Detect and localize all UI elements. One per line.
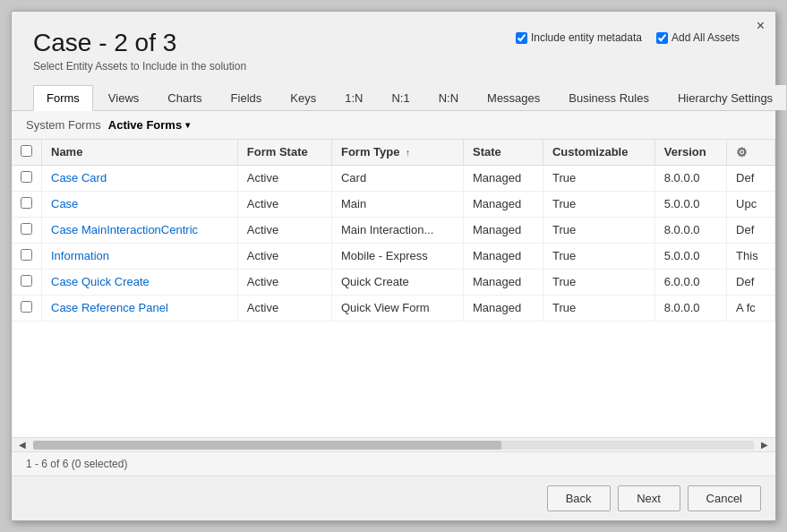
tab-nn[interactable]: N:N	[425, 85, 472, 110]
cancel-button[interactable]: Cancel	[688, 485, 761, 511]
row-form-state: Active	[237, 217, 331, 243]
include-metadata-label[interactable]: Include entity metadata	[516, 31, 642, 44]
row-checkbox-cell[interactable]	[12, 191, 42, 217]
options-row: Include entity metadata Add All Assets	[516, 31, 740, 44]
row-form-type: Quick Create	[331, 269, 463, 295]
table-row: CaseActiveMainManagedTrue5.0.0.0Upc	[12, 191, 775, 217]
row-version: 8.0.0.0	[654, 165, 726, 191]
row-version: 5.0.0.0	[654, 243, 726, 269]
row-extra: A fc	[727, 295, 775, 321]
table-row: Case Quick CreateActiveQuick CreateManag…	[12, 269, 775, 295]
row-name[interactable]: Case MainInteractionCentric	[42, 217, 238, 243]
row-extra: Def	[727, 165, 775, 191]
row-extra: Def	[727, 269, 775, 295]
row-checkbox-cell[interactable]	[12, 295, 42, 321]
header-settings[interactable]: ⚙	[727, 140, 775, 166]
table-container: Name Form State Form Type ↑ State Custom…	[12, 140, 775, 437]
system-forms-header: System Forms Active Forms ▾	[12, 111, 775, 140]
row-checkbox[interactable]	[21, 223, 32, 235]
header-form-state: Form State	[237, 140, 331, 166]
row-version: 8.0.0.0	[654, 217, 726, 243]
row-checkbox-cell[interactable]	[12, 217, 42, 243]
include-metadata-text: Include entity metadata	[531, 31, 642, 44]
header-checkbox-col[interactable]	[12, 140, 42, 166]
scroll-thumb	[33, 441, 501, 450]
active-forms-filter[interactable]: Active Forms ▾	[108, 118, 190, 132]
selection-status: 1 - 6 of 6 (0 selected)	[26, 458, 127, 470]
scroll-left-button[interactable]: ◀	[15, 440, 30, 450]
select-all-checkbox[interactable]	[21, 145, 32, 157]
tab-business-rules[interactable]: Business Rules	[555, 85, 663, 110]
row-customizable: True	[543, 165, 654, 191]
table-row: Case MainInteractionCentricActiveMain In…	[12, 217, 775, 243]
row-state: Managed	[463, 165, 543, 191]
close-button[interactable]: ×	[757, 19, 765, 33]
header-form-type[interactable]: Form Type ↑	[331, 140, 463, 166]
status-bar: 1 - 6 of 6 (0 selected)	[12, 451, 775, 476]
content-area: System Forms Active Forms ▾ Name Form St…	[12, 111, 775, 476]
back-button[interactable]: Back	[547, 485, 611, 511]
row-checkbox[interactable]	[21, 301, 32, 313]
header-name: Name	[42, 140, 238, 166]
include-metadata-checkbox[interactable]	[516, 32, 527, 44]
tabs-bar: Forms Views Charts Fields Keys 1:N N:1 N…	[12, 85, 775, 111]
next-button[interactable]: Next	[618, 485, 680, 511]
dialog-header: Case - 2 of 3 Select Entity Assets to In…	[12, 12, 775, 82]
row-name[interactable]: Case Quick Create	[42, 269, 238, 295]
row-checkbox[interactable]	[21, 249, 32, 261]
row-customizable: True	[543, 295, 654, 321]
row-version: 8.0.0.0	[654, 295, 726, 321]
horizontal-scrollbar[interactable]: ◀ ▶	[12, 437, 775, 451]
row-state: Managed	[463, 191, 543, 217]
active-forms-label: Active Forms	[108, 118, 182, 132]
row-checkbox-cell[interactable]	[12, 165, 42, 191]
chevron-down-icon: ▾	[185, 120, 190, 130]
row-checkbox-cell[interactable]	[12, 269, 42, 295]
scroll-track[interactable]	[33, 441, 754, 450]
table-row: Case CardActiveCardManagedTrue8.0.0.0Def	[12, 165, 775, 191]
table-header-row: Name Form State Form Type ↑ State Custom…	[12, 140, 775, 166]
row-checkbox[interactable]	[21, 171, 32, 183]
tab-charts[interactable]: Charts	[154, 85, 215, 110]
row-checkbox[interactable]	[21, 197, 32, 209]
header-customizable: Customizable	[543, 140, 654, 166]
row-customizable: True	[543, 217, 654, 243]
tab-1n[interactable]: 1:N	[331, 85, 376, 110]
row-state: Managed	[463, 243, 543, 269]
tab-forms[interactable]: Forms	[33, 85, 93, 111]
row-form-type: Main Interaction...	[331, 217, 463, 243]
row-checkbox[interactable]	[21, 275, 32, 287]
row-name[interactable]: Case Card	[42, 165, 238, 191]
tab-n1[interactable]: N:1	[378, 85, 423, 110]
row-name[interactable]: Case	[42, 191, 238, 217]
row-checkbox-cell[interactable]	[12, 243, 42, 269]
header-state: State	[463, 140, 543, 166]
row-customizable: True	[543, 269, 654, 295]
row-form-type: Card	[331, 165, 463, 191]
row-form-type: Quick View Form	[331, 295, 463, 321]
tab-fields[interactable]: Fields	[218, 85, 276, 110]
tab-keys[interactable]: Keys	[277, 85, 329, 110]
row-name[interactable]: Information	[42, 243, 238, 269]
row-form-state: Active	[237, 243, 331, 269]
forms-table: Name Form State Form Type ↑ State Custom…	[12, 140, 775, 322]
add-all-assets-label[interactable]: Add All Assets	[656, 31, 740, 44]
row-state: Managed	[463, 217, 543, 243]
scroll-right-button[interactable]: ▶	[757, 440, 772, 450]
row-customizable: True	[543, 243, 654, 269]
row-form-state: Active	[237, 295, 331, 321]
row-customizable: True	[543, 191, 654, 217]
row-extra: Def	[727, 217, 775, 243]
row-name[interactable]: Case Reference Panel	[42, 295, 238, 321]
add-all-assets-checkbox[interactable]	[656, 32, 668, 44]
tab-views[interactable]: Views	[95, 85, 152, 110]
tab-hierarchy-settings[interactable]: Hierarchy Settings	[664, 85, 786, 110]
dialog-footer: Back Next Cancel	[12, 476, 775, 520]
tab-messages[interactable]: Messages	[474, 85, 553, 110]
row-extra: Upc	[727, 191, 775, 217]
gear-icon: ⚙	[736, 145, 748, 159]
system-forms-label: System Forms	[26, 118, 101, 132]
row-version: 5.0.0.0	[654, 191, 726, 217]
header-version: Version	[654, 140, 726, 166]
table-row: Case Reference PanelActiveQuick View For…	[12, 295, 775, 321]
